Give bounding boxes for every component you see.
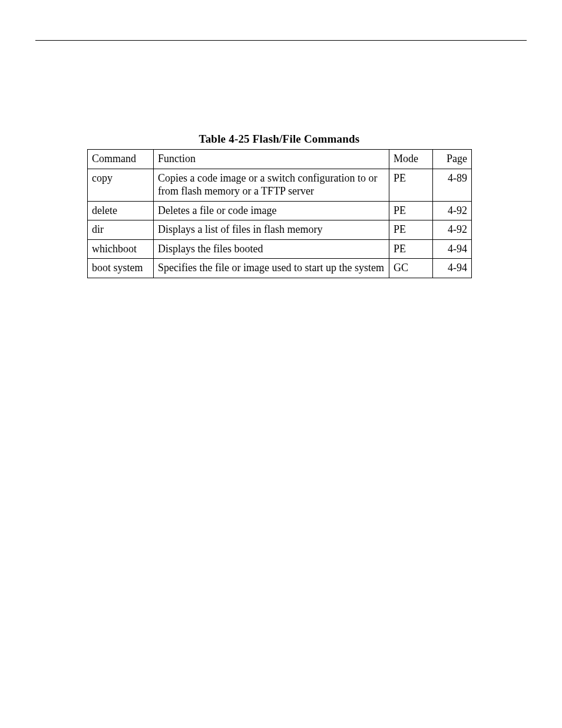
col-header-page: Page [433, 150, 472, 169]
cell-function: Copies a code image or a switch configur… [154, 169, 389, 201]
cell-command: delete [88, 201, 154, 220]
cell-function: Deletes a file or code image [154, 201, 389, 220]
table-caption: Table 4-25 Flash/File Commands [87, 133, 471, 146]
cell-page: 4-94 [433, 259, 472, 278]
cell-command: dir [88, 220, 154, 240]
page: Table 4-25 Flash/File Commands Command F… [0, 0, 562, 728]
table-block: Table 4-25 Flash/File Commands Command F… [87, 133, 471, 278]
table-header-row: Command Function Mode Page [88, 150, 472, 169]
col-header-mode: Mode [389, 150, 433, 169]
cell-command: copy [88, 169, 154, 201]
table-row: boot system Specifies the file or image … [88, 259, 472, 278]
cell-mode: PE [389, 201, 433, 220]
cell-page: 4-94 [433, 239, 472, 259]
cell-mode: PE [389, 239, 433, 259]
col-header-command: Command [88, 150, 154, 169]
header-rule [35, 40, 527, 41]
cell-page: 4-89 [433, 169, 472, 201]
cell-page: 4-92 [433, 201, 472, 220]
cell-mode: PE [389, 169, 433, 201]
cell-mode: GC [389, 259, 433, 278]
cell-command: boot system [88, 259, 154, 278]
cell-page: 4-92 [433, 220, 472, 240]
cell-command: whichboot [88, 239, 154, 259]
cell-mode: PE [389, 220, 433, 240]
table-row: dir Displays a list of files in flash me… [88, 220, 472, 240]
table-row: whichboot Displays the files booted PE 4… [88, 239, 472, 259]
cell-function: Specifies the file or image used to star… [154, 259, 389, 278]
table-row: copy Copies a code image or a switch con… [88, 169, 472, 201]
flash-file-commands-table: Command Function Mode Page copy Copies a… [87, 149, 472, 278]
cell-function: Displays the files booted [154, 239, 389, 259]
cell-function: Displays a list of files in flash memory [154, 220, 389, 240]
table-row: delete Deletes a file or code image PE 4… [88, 201, 472, 220]
col-header-function: Function [154, 150, 389, 169]
